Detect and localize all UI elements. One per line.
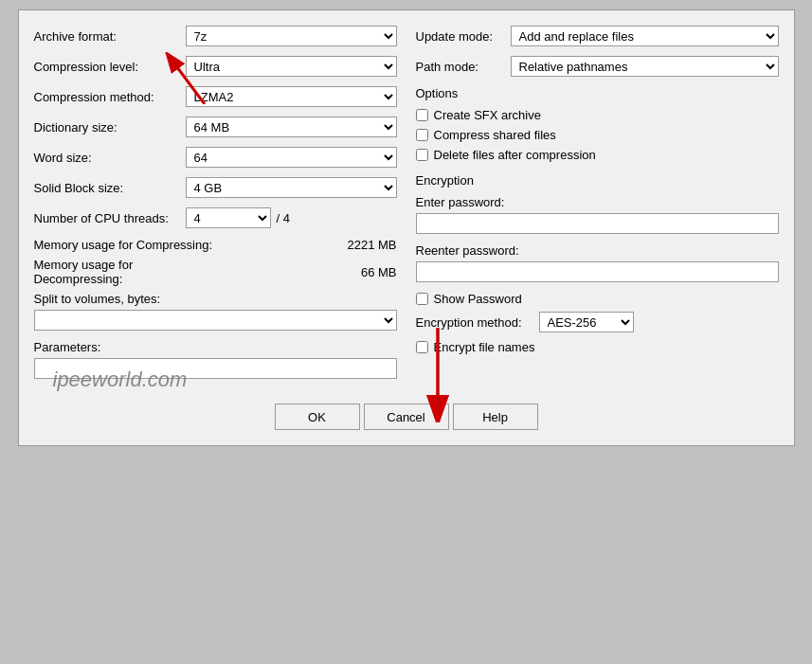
archive-format-row: Archive format: 7z zip gzip tar <box>34 26 397 46</box>
compression-level-label: Compression level: <box>34 60 186 74</box>
update-mode-select[interactable]: Add and replace files Update and add fil… <box>511 26 779 46</box>
cpu-threads-total: / 4 <box>277 211 290 225</box>
compression-level-select[interactable]: Store Fastest Fast Normal Maximum Ultra <box>186 56 397 77</box>
delete-after-checkbox[interactable] <box>416 149 428 161</box>
split-row: Split to volumes, bytes: <box>34 292 397 331</box>
cancel-button[interactable]: Cancel <box>364 404 449 430</box>
show-password-checkbox[interactable] <box>416 293 428 305</box>
create-sfx-checkbox[interactable] <box>416 109 428 121</box>
word-size-select[interactable]: 8 16 32 64 128 <box>186 147 397 168</box>
solid-block-select[interactable]: 1 GB 2 GB 4 GB 8 GB <box>186 177 397 198</box>
help-button[interactable]: Help <box>453 404 538 430</box>
split-label: Split to volumes, bytes: <box>34 292 397 306</box>
path-mode-select[interactable]: Relative pathnames Full pathnames Absolu… <box>511 56 779 77</box>
enter-password-input[interactable] <box>416 213 779 234</box>
encryption-title: Encryption <box>416 173 779 188</box>
params-label: Parameters: <box>34 340 397 354</box>
word-size-label: Word size: <box>34 151 186 165</box>
memory-compress-row: Memory usage for Compressing: 2221 MB <box>34 238 397 252</box>
memory-decompress-label: Memory usage for Decompressing: <box>34 258 224 286</box>
watermark: ipeeworld.com <box>53 368 188 392</box>
dictionary-size-select[interactable]: 16 MB 32 MB 64 MB 128 MB <box>186 117 397 137</box>
create-sfx-label: Create SFX archive <box>434 108 541 122</box>
main-dialog: Archive format: 7z zip gzip tar Compress… <box>18 9 795 446</box>
dictionary-size-row: Dictionary size: 16 MB 32 MB 64 MB 128 M… <box>34 117 397 137</box>
right-panel: Update mode: Add and replace files Updat… <box>416 26 779 388</box>
cpu-threads-row: Number of CPU threads: 1 2 4 8 / 4 <box>34 207 397 228</box>
cpu-threads-label: Number of CPU threads: <box>34 211 186 225</box>
delete-after-label: Delete files after compression <box>434 148 596 162</box>
show-password-label: Show Password <box>434 292 522 306</box>
compress-shared-checkbox[interactable] <box>416 129 428 141</box>
enc-method-label: Encryption method: <box>416 315 539 330</box>
dictionary-size-label: Dictionary size: <box>34 120 186 135</box>
memory-decompress-row: Memory usage for Decompressing: 66 MB <box>34 258 397 286</box>
compress-shared-label: Compress shared files <box>434 128 556 142</box>
delete-after-row: Delete files after compression <box>416 148 779 162</box>
archive-format-label: Archive format: <box>34 29 186 44</box>
ok-button[interactable]: OK <box>275 404 360 430</box>
compression-method-label: Compression method: <box>34 90 186 104</box>
compress-shared-row: Compress shared files <box>416 128 779 142</box>
compression-method-select[interactable]: LZMA LZMA2 PPMd <box>186 86 397 107</box>
reenter-password-label: Reenter password: <box>416 243 779 258</box>
solid-block-label: Solid Block size: <box>34 181 186 195</box>
options-title: Options <box>416 86 779 100</box>
path-mode-row: Path mode: Relative pathnames Full pathn… <box>416 56 779 77</box>
show-password-row: Show Password <box>416 292 779 306</box>
split-select[interactable] <box>34 310 397 331</box>
encryption-section: Encryption Enter password: Reenter passw… <box>416 173 779 354</box>
create-sfx-row: Create SFX archive <box>416 108 779 122</box>
compression-method-row: Compression method: LZMA LZMA2 PPMd <box>34 86 397 107</box>
compression-level-row: Compression level: Store Fastest Fast No… <box>34 56 397 77</box>
options-section: Options Create SFX archive Compress shar… <box>416 86 779 162</box>
solid-block-row: Solid Block size: 1 GB 2 GB 4 GB 8 GB <box>34 177 397 198</box>
update-mode-label: Update mode: <box>416 29 511 44</box>
left-panel: Archive format: 7z zip gzip tar Compress… <box>34 26 397 388</box>
threads-container: 1 2 4 8 / 4 <box>186 207 290 228</box>
memory-compress-value: 2221 MB <box>224 238 397 252</box>
update-mode-row: Update mode: Add and replace files Updat… <box>416 26 779 46</box>
encrypt-names-checkbox[interactable] <box>416 341 428 353</box>
encrypt-names-label: Encrypt file names <box>434 340 535 354</box>
memory-decompress-value: 66 MB <box>224 265 397 279</box>
path-mode-label: Path mode: <box>416 60 511 74</box>
encrypt-names-row: Encrypt file names <box>416 340 779 354</box>
enc-method-select[interactable]: AES-256 ZipCrypto <box>539 312 634 332</box>
memory-compress-label: Memory usage for Compressing: <box>34 238 224 252</box>
enter-password-label: Enter password: <box>416 195 779 209</box>
word-size-row: Word size: 8 16 32 64 128 <box>34 147 397 168</box>
archive-format-select[interactable]: 7z zip gzip tar <box>186 26 397 46</box>
enc-method-row: Encryption method: AES-256 ZipCrypto <box>416 312 779 332</box>
reenter-password-input[interactable] <box>416 261 779 282</box>
cpu-threads-select[interactable]: 1 2 4 8 <box>186 207 271 228</box>
button-row: OK Cancel Help <box>34 404 779 430</box>
footer: ipeeworld.com OK Cancel Help <box>34 404 779 430</box>
